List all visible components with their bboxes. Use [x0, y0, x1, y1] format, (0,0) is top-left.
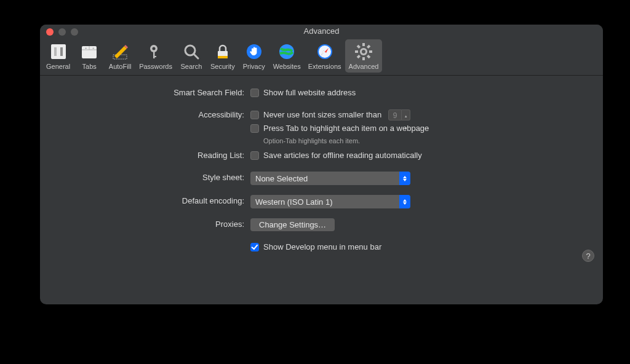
never-font-smaller-text: Never use font sizes smaller than	[263, 109, 381, 121]
show-full-address-text: Show full website address	[263, 87, 356, 99]
hand-icon	[244, 42, 264, 61]
tab-extensions[interactable]: Extensions	[305, 39, 345, 73]
window-controls	[46, 28, 78, 36]
pencil-form-icon	[110, 42, 130, 61]
tab-privacy[interactable]: Privacy	[239, 39, 269, 73]
magnifier-icon	[181, 42, 201, 61]
tab-label: Privacy	[243, 63, 265, 70]
svg-line-14	[194, 54, 198, 58]
svg-text:+: +	[92, 46, 95, 50]
tab-label: Advanced	[349, 63, 379, 70]
svg-rect-29	[357, 45, 361, 49]
svg-rect-16	[218, 56, 228, 58]
proxies-label: Proxies:	[58, 218, 250, 231]
svg-rect-30	[367, 55, 370, 58]
svg-rect-24	[362, 57, 365, 60]
font-size-stepper[interactable]: 9 ▲▼	[388, 109, 410, 121]
lock-icon	[213, 42, 233, 61]
style-sheet-value: None Selected	[250, 174, 399, 183]
reading-list-label: Reading List:	[58, 149, 250, 162]
tab-websites[interactable]: Websites	[269, 39, 305, 73]
svg-rect-23	[362, 43, 365, 46]
tab-tabs[interactable]: ++ Tabs	[74, 39, 105, 73]
svg-text:+: +	[85, 46, 87, 50]
change-settings-button[interactable]: Change Settings…	[250, 218, 335, 231]
titlebar: Advanced	[40, 25, 603, 38]
svg-rect-27	[367, 45, 370, 49]
svg-point-10	[153, 47, 156, 50]
stepper-buttons[interactable]: ▲▼	[402, 109, 410, 121]
never-font-smaller-checkbox[interactable]	[250, 111, 259, 119]
tab-label: Extensions	[308, 63, 341, 70]
tab-label: Search	[181, 63, 202, 70]
tab-label: Security	[210, 63, 235, 70]
press-tab-hint: Option-Tab highlights each item.	[263, 137, 429, 144]
save-offline-text: Save articles for offline reading automa…	[263, 149, 422, 162]
tab-label: AutoFill	[109, 63, 132, 70]
globe-icon	[277, 42, 297, 61]
show-develop-checkbox[interactable]	[250, 243, 259, 251]
tab-search[interactable]: Search	[176, 39, 207, 73]
svg-rect-2	[60, 47, 63, 56]
popup-arrows-icon	[399, 172, 410, 185]
style-sheet-popup[interactable]: None Selected	[250, 172, 410, 185]
tab-passwords[interactable]: Passwords	[135, 39, 176, 73]
smart-search-label: Smart Search Field:	[58, 87, 250, 99]
compass-icon	[315, 42, 335, 61]
preferences-toolbar: General ++ Tabs AutoFill Passwords Searc…	[40, 38, 603, 76]
tabs-icon: ++	[79, 42, 99, 61]
switch-icon	[49, 42, 68, 61]
svg-rect-12	[153, 56, 156, 57]
show-full-address-checkbox[interactable]	[250, 89, 259, 97]
font-size-value: 9	[388, 109, 402, 121]
default-encoding-value: Western (ISO Latin 1)	[250, 197, 399, 207]
tab-label: Websites	[273, 63, 301, 70]
zoom-window-button[interactable]	[71, 28, 78, 36]
popup-arrows-icon	[399, 195, 410, 208]
close-window-button[interactable]	[46, 28, 54, 36]
tab-label: Passwords	[139, 63, 172, 70]
svg-rect-25	[355, 50, 358, 53]
tab-advanced[interactable]: Advanced	[345, 39, 383, 73]
save-offline-checkbox[interactable]	[250, 151, 259, 160]
preferences-window: Advanced General ++ Tabs AutoFill Passw	[40, 25, 603, 304]
tab-label: Tabs	[82, 63, 97, 70]
accessibility-label: Accessibility:	[58, 109, 250, 121]
press-tab-text: Press Tab to highlight each item on a we…	[263, 122, 429, 135]
window-title: Advanced	[40, 25, 603, 38]
tab-autofill[interactable]: AutoFill	[105, 39, 135, 73]
svg-rect-11	[153, 51, 155, 58]
svg-rect-1	[54, 47, 57, 56]
show-develop-text: Show Develop menu in menu bar	[263, 241, 381, 253]
help-button[interactable]: ?	[582, 250, 594, 262]
svg-rect-28	[357, 55, 361, 58]
gear-icon	[354, 42, 373, 61]
minimize-window-button[interactable]	[58, 28, 66, 36]
tab-label: General	[46, 63, 70, 70]
default-encoding-popup[interactable]: Western (ISO Latin 1)	[250, 195, 410, 208]
svg-rect-26	[369, 50, 372, 53]
key-icon	[146, 42, 165, 61]
tab-general[interactable]: General	[42, 39, 74, 73]
advanced-pane: Smart Search Field: Show full website ad…	[40, 76, 603, 269]
press-tab-checkbox[interactable]	[250, 124, 259, 133]
style-sheet-label: Style sheet:	[58, 172, 250, 184]
svg-point-31	[362, 50, 365, 53]
tab-security[interactable]: Security	[207, 39, 239, 73]
svg-rect-0	[51, 44, 66, 59]
default-encoding-label: Default encoding:	[58, 195, 250, 207]
